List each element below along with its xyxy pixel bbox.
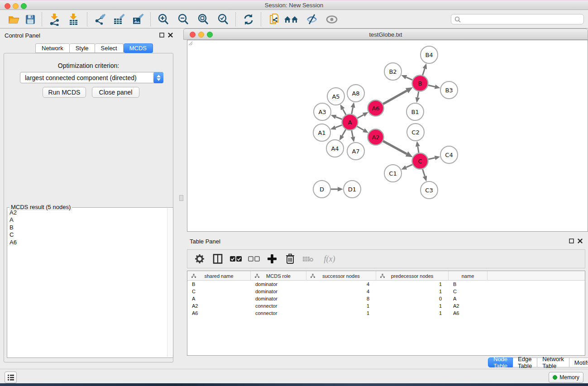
zoom-selected-icon[interactable] — [215, 12, 231, 27]
mcds-result-item[interactable]: A2 — [8, 209, 167, 216]
close-table-panel-icon[interactable] — [578, 238, 583, 243]
table-cell[interactable]: 1 — [376, 310, 449, 317]
column-header-predecessor-nodes[interactable]: predecessor nodes — [376, 271, 449, 281]
zoom-out-icon[interactable] — [176, 12, 191, 27]
close-panel-icon[interactable] — [168, 33, 173, 38]
graph-node-C[interactable]: C — [412, 153, 428, 169]
graph-node-A3[interactable]: A3 — [314, 103, 331, 120]
criterion-dropdown[interactable]: largest connected component (directed) — [20, 72, 163, 83]
table-cell[interactable]: 4 — [306, 288, 376, 295]
table-cell[interactable]: 1 — [376, 281, 449, 288]
graph-edge-C-C3[interactable] — [423, 169, 425, 176]
graph-node-C1[interactable]: C1 — [384, 165, 402, 182]
table-cell[interactable]: B — [449, 281, 488, 288]
graph-node-A4[interactable]: A4 — [326, 140, 344, 157]
tab-network-table[interactable]: Network Table — [537, 357, 569, 367]
graph-node-C3[interactable]: C3 — [421, 181, 438, 199]
export-network-icon[interactable] — [92, 12, 108, 27]
column-header-name[interactable]: name — [449, 271, 488, 281]
graph-edge-A-A5[interactable] — [343, 109, 346, 115]
open-session-icon[interactable] — [6, 12, 22, 27]
graph-edge-A-A4[interactable] — [342, 129, 346, 136]
show-all-icon[interactable] — [324, 12, 339, 27]
graph-node-D[interactable]: D — [313, 181, 330, 198]
mcds-result-item[interactable]: A — [8, 216, 167, 224]
unselect-all-columns-icon[interactable] — [248, 253, 260, 265]
run-mcds-button[interactable]: Run MCDS — [43, 87, 86, 98]
graph-edge-A-A3[interactable] — [336, 117, 342, 119]
graph-node-A[interactable]: A — [342, 114, 358, 130]
graph-node-B4[interactable]: B4 — [421, 46, 438, 63]
vertical-splitter-handle[interactable] — [179, 195, 183, 201]
select-all-columns-icon[interactable] — [230, 253, 242, 265]
import-table-icon[interactable] — [66, 12, 81, 27]
graph-edge-B-B3[interactable] — [428, 85, 435, 87]
graph-edge-A6-B[interactable] — [383, 91, 407, 104]
first-neighbors-icon[interactable] — [283, 12, 299, 27]
hide-selected-icon[interactable] — [304, 12, 320, 27]
graph-edge-B-B2[interactable] — [406, 77, 412, 80]
task-history-button[interactable] — [5, 372, 17, 383]
table-cell[interactable]: 1 — [306, 310, 376, 317]
table-cell[interactable]: A2 — [187, 302, 251, 310]
graph-node-B[interactable]: B — [412, 76, 428, 91]
mcds-result-item[interactable]: A6 — [8, 239, 167, 246]
graph-node-C2[interactable]: C2 — [407, 124, 424, 141]
table-cell[interactable]: C — [187, 288, 251, 295]
graph-edge-A2-C[interactable] — [383, 141, 406, 154]
table-cell[interactable]: dominator — [251, 295, 306, 302]
table-row[interactable]: Cdominator41C — [187, 288, 585, 295]
export-image-icon[interactable] — [130, 12, 146, 27]
graph-edge-A-A1[interactable] — [335, 125, 342, 128]
graph-node-A2[interactable]: A2 — [368, 129, 384, 145]
table-cell[interactable]: A — [187, 295, 251, 302]
graph-edge-A-A6[interactable] — [357, 115, 363, 119]
graph-edge-A-A7[interactable] — [352, 130, 353, 137]
mcds-result-item[interactable]: C — [8, 231, 167, 238]
table-row[interactable]: A2connector11A2 — [187, 302, 585, 310]
graph-node-A1[interactable]: A1 — [313, 124, 330, 141]
import-network-icon[interactable] — [47, 12, 62, 27]
table-cell[interactable]: C — [449, 288, 488, 295]
graph-node-B1[interactable]: B1 — [406, 103, 424, 120]
zoom-in-icon[interactable] — [156, 12, 171, 27]
graph-edge-C-C4[interactable] — [428, 158, 435, 159]
table-cell[interactable]: 1 — [376, 288, 449, 295]
table-cell[interactable]: B — [187, 281, 251, 288]
table-cell[interactable]: A6 — [449, 310, 488, 317]
tab-style[interactable]: Style — [70, 43, 95, 53]
export-table-icon[interactable] — [111, 12, 127, 27]
table-row[interactable]: A6connector11A6 — [187, 310, 585, 317]
tab-edge-table[interactable]: Edge Table — [513, 357, 537, 367]
close-panel-button[interactable]: Close panel — [92, 87, 139, 98]
graph-edge-C-C2[interactable] — [418, 147, 419, 153]
graph-node-A7[interactable]: A7 — [347, 143, 364, 160]
show-column-panel-icon[interactable] — [212, 253, 224, 265]
graph-node-D1[interactable]: D1 — [344, 181, 361, 198]
graph-edge-C-C1[interactable] — [406, 165, 412, 167]
tab-mcds[interactable]: MCDS — [124, 43, 153, 53]
graph-node-A6[interactable]: A6 — [368, 100, 384, 116]
mcds-result-item[interactable]: B — [8, 224, 167, 231]
tab-network[interactable]: Network — [35, 43, 70, 53]
column-header-shared-name[interactable]: shared name — [187, 271, 251, 281]
tab-node-table[interactable]: Node Table — [488, 357, 513, 367]
column-header-mcds-role[interactable]: MCDS role — [251, 271, 306, 281]
clone-network-icon[interactable] — [267, 12, 282, 27]
float-table-panel-icon[interactable] — [569, 238, 574, 243]
table-cell[interactable]: dominator — [251, 281, 306, 288]
mcds-result-scrollbar[interactable] — [167, 208, 172, 357]
table-cell[interactable]: A6 — [187, 310, 251, 317]
table-cell[interactable]: 1 — [376, 302, 449, 310]
table-cell[interactable]: connector — [251, 310, 306, 317]
delete-column-icon[interactable] — [284, 253, 296, 265]
float-panel-icon[interactable] — [159, 33, 164, 38]
table-settings-icon[interactable] — [194, 253, 206, 265]
create-column-icon[interactable] — [266, 253, 278, 265]
graph-node-A8[interactable]: A8 — [347, 85, 364, 102]
graph-edge-A-A2[interactable] — [357, 126, 364, 130]
column-header-successor-nodes[interactable]: successor nodes — [306, 271, 376, 281]
search-box[interactable] — [451, 14, 584, 24]
graph-edge-B-B1[interactable] — [418, 91, 419, 97]
zoom-fit-icon[interactable] — [196, 12, 211, 27]
